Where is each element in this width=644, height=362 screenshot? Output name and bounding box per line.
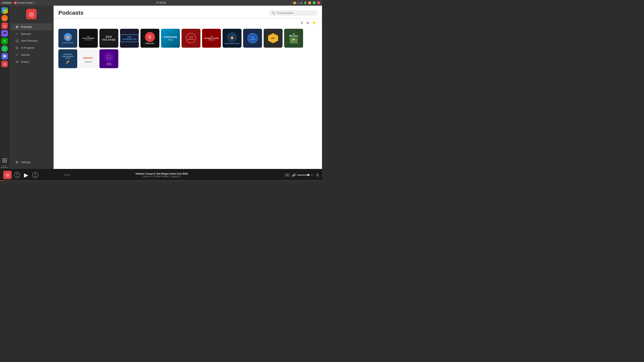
top-bar-right: ? 📶 ⎈ 🔊 🔋: [291, 1, 320, 4]
player-bar: ◎ ↺ 15 ▶ ↻ 30 00:39 Volume 1 Issue 6: Sa…: [0, 169, 322, 181]
sidebar: ◎ ⊞ Podcasts ○ Discover ◫ New Releases ◎…: [9, 6, 54, 169]
player-progress-fill: [0, 180, 4, 181]
podcast-the-manifest[interactable]: THE Manifest 📦: [284, 29, 303, 48]
speed-label: 1x: [286, 174, 288, 176]
podcast-android-central[interactable]: 🤖 androidcentral: [58, 29, 77, 48]
player-progress-bar[interactable]: [0, 180, 322, 181]
sidebar-starred-label: Starred: [21, 53, 30, 56]
dock-files[interactable]: 🗺: [2, 30, 8, 37]
podcast-community-signal[interactable]: COMSIGNAL: [182, 29, 200, 48]
podcast-developer-hustle[interactable]: THE Developer Hustle PODCAST: [202, 29, 221, 48]
pocketcasts-tray-icon: ◎: [14, 1, 17, 4]
podcasts-icon: ⊞: [15, 25, 19, 29]
player-controls: ↺ 15 ▶ ↻ 30: [14, 171, 38, 179]
folder-button[interactable]: 📁: [312, 20, 317, 25]
dock-libreoffice[interactable]: S: [2, 38, 8, 44]
history-icon: ↺: [15, 60, 19, 64]
left-dock: ● 🦊 ◎ 🗺 S ♪ 💬 ◎: [0, 6, 9, 169]
system-icons: ? 📶 ⎈ 🔊 🔋: [291, 1, 307, 4]
show-applications-button[interactable]: Show Applications: [2, 161, 8, 167]
grid-button[interactable]: ⊞: [306, 20, 310, 25]
podcast-ubuntu[interactable]: ubuntu ® podcasts: [79, 49, 98, 68]
podcast-developer-on-fire[interactable]: 🔥 DEVELOPER ON FIRE: [222, 29, 242, 48]
dock-pocketcasts2[interactable]: ◎: [2, 61, 8, 67]
window-maximize-btn[interactable]: [313, 1, 316, 4]
skip-forward-button[interactable]: ↻ 30: [32, 172, 38, 178]
podcast-art-of-product[interactable]: THE Art of Product PODCAST: [79, 29, 98, 48]
sidebar-podcasts-label: Podcasts: [21, 25, 32, 28]
content-header: Podcasts 🔍: [54, 6, 322, 18]
sidebar-in-progress-label: In Progress: [21, 46, 34, 49]
bluetooth-icon[interactable]: ⎈: [297, 1, 299, 4]
sidebar-settings-label: Settings: [21, 161, 30, 164]
podcast-bad-voltage[interactable]: BAD VOLTAGE: [100, 29, 118, 48]
sidebar-discover-label: Discover: [21, 32, 31, 35]
sidebar-new-releases-label: New Releases: [21, 39, 38, 42]
window-close-btn[interactable]: [317, 1, 320, 4]
content-area: Podcasts 🔍 ⇅ ⊞ 📁 🤖 androidcentral: [54, 6, 322, 169]
sidebar-item-settings[interactable]: ⚙ Settings: [11, 159, 52, 166]
podcast-community-pulse[interactable]: Community Pulse: [161, 29, 180, 48]
top-bar-left: Activities ◎ Pocket Casts ▾: [2, 1, 34, 4]
sidebar-history-label: History: [21, 60, 29, 63]
queue-button[interactable]: ☰: [316, 173, 319, 177]
podcast-community[interactable]: C PODCAST: [140, 29, 160, 48]
content-toolbar: ⇅ ⊞ 📁: [54, 18, 322, 27]
dock-chrome[interactable]: ●: [2, 7, 8, 14]
settings-icon: ⚙: [15, 160, 19, 164]
dock-firefox[interactable]: 🦊: [2, 15, 8, 21]
podcast-changelog[interactable]: THE CHANGELOG: [120, 29, 139, 48]
player-thumbnail: ◎: [3, 171, 12, 179]
main-layout: ● 🦊 ◎ 🗺 S ♪ 💬 ◎: [0, 6, 322, 169]
help-icon[interactable]: ?: [291, 1, 292, 4]
play-button[interactable]: ▶: [22, 171, 30, 179]
app-indicator-label: Pocket Casts: [18, 1, 32, 4]
volume-thumb: [307, 174, 309, 176]
starred-icon: ☆: [15, 53, 19, 57]
app-indicator[interactable]: ◎ Pocket Casts ▾: [14, 1, 34, 4]
in-progress-icon: ◎: [15, 46, 19, 50]
app-indicator-dropdown[interactable]: ▾: [33, 1, 34, 4]
search-input[interactable]: [277, 11, 314, 14]
skip-back-circle: ↺ 15: [14, 172, 20, 178]
new-releases-icon: ◫: [15, 39, 19, 43]
activities-label[interactable]: Activities: [2, 1, 12, 4]
player-right-controls: 1x 🔊 ☰: [285, 173, 319, 177]
podcast-ubuntu-security[interactable]: 🎧 ubuntusecurity: [100, 49, 118, 68]
speed-control[interactable]: 1x: [285, 173, 290, 177]
dock-spotify[interactable]: ♪: [2, 45, 8, 52]
podcast-hex[interactable]: HEX: [264, 29, 282, 48]
skip-forward-circle: ↻ 30: [32, 172, 38, 178]
page-title: Podcasts: [58, 10, 84, 16]
sort-button[interactable]: ⇅: [300, 20, 304, 25]
dock-pocketcasts[interactable]: ◎: [2, 22, 8, 29]
player-info: Volume 1 Issue 6: San Diego Comic-Con 20…: [41, 172, 282, 178]
sidebar-item-podcasts[interactable]: ⊞ Podcasts: [11, 23, 52, 30]
sidebar-item-starred[interactable]: ☆ Starred: [11, 51, 52, 58]
sidebar-logo: ◎: [26, 9, 37, 19]
podcast-go-time[interactable]: GOTIME: [243, 29, 262, 48]
sidebar-item-discover[interactable]: ○ Discover: [11, 30, 52, 37]
podcasts-grid: 🤖 androidcentral THE Art of Product PODC…: [54, 27, 322, 73]
player-title: Volume 1 Issue 6: San Diego Comic-Con 20…: [41, 172, 282, 175]
sidebar-item-history[interactable]: ↺ History: [11, 58, 52, 65]
volume-fill: [298, 175, 308, 175]
battery-icon[interactable]: 🔋: [304, 1, 307, 4]
search-icon: 🔍: [272, 11, 275, 14]
window-minimize-btn[interactable]: [308, 1, 311, 4]
skip-back-button[interactable]: ↺ 15: [14, 172, 20, 178]
top-bar-time: Fri 09:38: [156, 1, 166, 4]
discover-icon: ○: [15, 32, 19, 35]
volume-slider[interactable]: [298, 175, 314, 175]
volume-icon[interactable]: 🔊: [300, 1, 303, 4]
network-icon[interactable]: 📶: [293, 1, 296, 4]
dock-bottom: Show Applications: [2, 161, 8, 167]
search-bar[interactable]: 🔍: [269, 10, 317, 16]
player-time-elapsed: 00:39: [64, 174, 70, 176]
dock-discord[interactable]: 💬: [2, 53, 8, 59]
sidebar-item-in-progress[interactable]: ◎ In Progress: [11, 44, 52, 51]
sidebar-item-new-releases[interactable]: ◫ New Releases: [11, 37, 52, 44]
podcast-startups[interactable]: STARTUPSFOR THE RESTOF US 🚀: [58, 49, 77, 68]
player-subtitle: Comics 'N' Coffee Podcast · August 13: [41, 175, 282, 178]
top-bar: Activities ◎ Pocket Casts ▾ Fri 09:38 ? …: [0, 0, 322, 6]
